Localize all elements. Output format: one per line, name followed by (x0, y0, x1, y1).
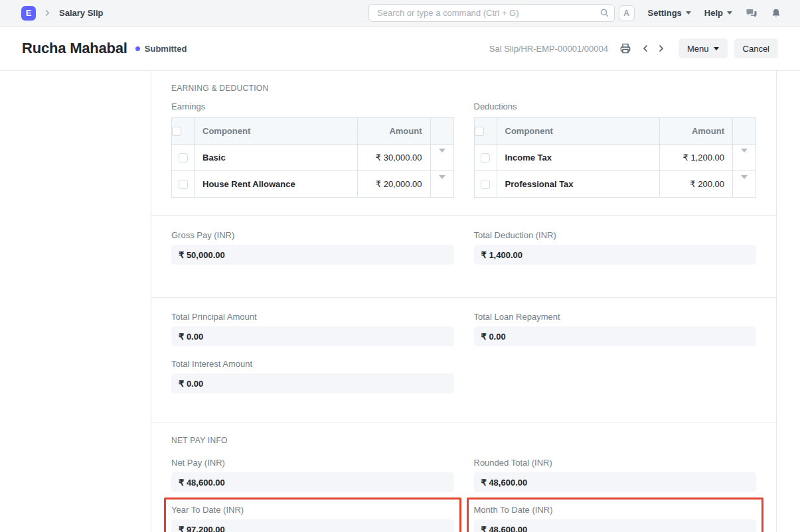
field-net-pay: Net Pay (INR) ₹ 48,600.00 (171, 458, 454, 492)
page-title: Rucha Mahabal (22, 40, 127, 57)
prev-document-icon[interactable] (640, 43, 651, 54)
status-badge: Submitted (135, 44, 187, 54)
status-label: Submitted (145, 44, 187, 54)
field-label: Year To Date (INR) (171, 505, 454, 515)
deductions-label: Deductions (474, 101, 757, 111)
section-earning-deduction: EARNING & DEDUCTION Earnings Component A… (151, 71, 776, 216)
row-checkbox[interactable] (481, 180, 490, 189)
column-header-amount: Amount (357, 118, 430, 145)
component-cell[interactable]: Income Tax (497, 145, 660, 171)
field-value: ₹ 48,600.00 (474, 472, 757, 492)
field-value: ₹ 48,600.00 (474, 519, 757, 532)
notifications-bell-icon[interactable] (771, 8, 781, 19)
row-checkbox[interactable] (481, 153, 490, 163)
deductions-column: Deductions Component Amount Inco (474, 101, 757, 198)
field-value: ₹ 50,000.00 (171, 245, 454, 265)
field-value: ₹ 97,200.00 (171, 519, 454, 532)
field-label: Rounded Total (INR) (474, 458, 757, 468)
earnings-column: Earnings Component Amount Basic (171, 101, 454, 198)
field-value: ₹ 0.00 (171, 373, 454, 393)
next-document-icon[interactable] (656, 43, 667, 54)
document-id: Sal Slip/HR-EMP-00001/00004 (489, 44, 608, 54)
field-year-to-date: Year To Date (INR) ₹ 97,200.00 (171, 505, 454, 532)
chevron-right-icon (42, 8, 52, 18)
earnings-label: Earnings (171, 101, 454, 111)
menu-button-label: Menu (687, 44, 709, 54)
section-heading: NET PAY INFO (171, 423, 756, 445)
search-input[interactable] (368, 4, 615, 22)
row-expand-caret-icon[interactable] (439, 175, 445, 189)
field-total-interest-amount: Total Interest Amount ₹ 0.00 (171, 359, 454, 393)
component-cell[interactable]: Professional Tax (497, 171, 660, 198)
table-row[interactable]: House Rent Allowance ₹ 20,000.00 (172, 171, 454, 198)
column-header-amount: Amount (660, 118, 733, 145)
table-row[interactable]: Income Tax ₹ 1,200.00 (474, 145, 756, 171)
global-search (368, 4, 615, 22)
select-all-checkbox[interactable] (475, 127, 484, 136)
row-expand-caret-icon[interactable] (439, 149, 445, 163)
chat-icon[interactable] (746, 7, 758, 19)
field-label: Net Pay (INR) (171, 458, 454, 468)
component-cell[interactable]: House Rent Allowance (195, 171, 358, 198)
row-checkbox[interactable] (179, 153, 188, 163)
column-header-component: Component (497, 118, 660, 145)
chevron-down-icon (714, 47, 719, 50)
component-cell[interactable]: Basic (195, 145, 358, 171)
chevron-down-icon (686, 11, 691, 15)
field-gross-pay: Gross Pay (INR) ₹ 50,000.00 (171, 230, 454, 265)
column-header-component: Component (195, 118, 358, 145)
field-total-loan-repayment: Total Loan Repayment ₹ 0.00 (474, 312, 757, 346)
field-value: ₹ 48,600.00 (171, 472, 454, 492)
earnings-table: Component Amount Basic ₹ 30,000.00 (171, 117, 454, 198)
settings-menu[interactable]: Settings (648, 8, 691, 18)
help-label: Help (704, 8, 723, 18)
field-value: ₹ 0.00 (171, 326, 454, 346)
chevron-down-icon (727, 11, 732, 15)
search-icon (600, 8, 609, 17)
help-menu[interactable]: Help (704, 8, 732, 18)
form-body: EARNING & DEDUCTION Earnings Component A… (151, 71, 777, 532)
menu-button[interactable]: Menu (679, 38, 728, 58)
amount-cell[interactable]: ₹ 200.00 (660, 171, 733, 198)
table-header-row: Component Amount (172, 118, 454, 145)
navbar: E Salary Slip A Settings Help (0, 0, 800, 27)
app-logo[interactable]: E (21, 6, 36, 21)
field-value: ₹ 1,400.00 (474, 245, 757, 265)
field-value: ₹ 0.00 (474, 326, 757, 346)
breadcrumb-item-salary-slip[interactable]: Salary Slip (59, 8, 103, 18)
field-label: Total Interest Amount (171, 359, 454, 369)
field-label: Total Principal Amount (171, 312, 454, 322)
field-label: Month To Date (INR) (474, 505, 757, 515)
section-net-pay-info: NET PAY INFO Net Pay (INR) ₹ 48,600.00 R… (151, 423, 776, 532)
deductions-table: Component Amount Income Tax ₹ 1,200.00 (474, 117, 757, 198)
breadcrumb: E Salary Slip (21, 6, 103, 21)
amount-cell[interactable]: ₹ 1,200.00 (660, 145, 733, 171)
navbar-actions: A Settings Help (619, 5, 781, 21)
row-expand-caret-icon[interactable] (741, 175, 748, 189)
table-row[interactable]: Professional Tax ₹ 200.00 (474, 171, 756, 198)
select-all-checkbox[interactable] (172, 127, 181, 136)
table-header-row: Component Amount (474, 118, 756, 145)
section-loans: Total Principal Amount ₹ 0.00 Total Loan… (151, 312, 776, 423)
section-heading: EARNING & DEDUCTION (171, 71, 756, 93)
field-total-principal-amount: Total Principal Amount ₹ 0.00 (171, 312, 454, 346)
field-rounded-total: Rounded Total (INR) ₹ 48,600.00 (474, 458, 757, 492)
settings-label: Settings (648, 8, 682, 18)
page-head: Rucha Mahabal Submitted Sal Slip/HR-EMP-… (0, 27, 800, 71)
table-row[interactable]: Basic ₹ 30,000.00 (172, 145, 454, 171)
cancel-button[interactable]: Cancel (734, 38, 778, 58)
row-expand-caret-icon[interactable] (741, 149, 748, 163)
amount-cell[interactable]: ₹ 30,000.00 (357, 145, 430, 171)
row-checkbox[interactable] (179, 180, 188, 189)
avatar[interactable]: A (619, 5, 635, 21)
status-dot-icon (135, 46, 140, 51)
amount-cell[interactable]: ₹ 20,000.00 (357, 171, 430, 198)
field-total-deduction: Total Deduction (INR) ₹ 1,400.00 (474, 230, 757, 265)
section-totals: Gross Pay (INR) ₹ 50,000.00 Total Deduct… (151, 230, 776, 298)
print-icon[interactable] (620, 43, 631, 54)
field-label: Gross Pay (INR) (171, 230, 454, 240)
field-month-to-date: Month To Date (INR) ₹ 48,600.00 (474, 505, 757, 532)
field-label: Total Loan Repayment (474, 312, 757, 322)
field-label: Total Deduction (INR) (474, 230, 757, 240)
